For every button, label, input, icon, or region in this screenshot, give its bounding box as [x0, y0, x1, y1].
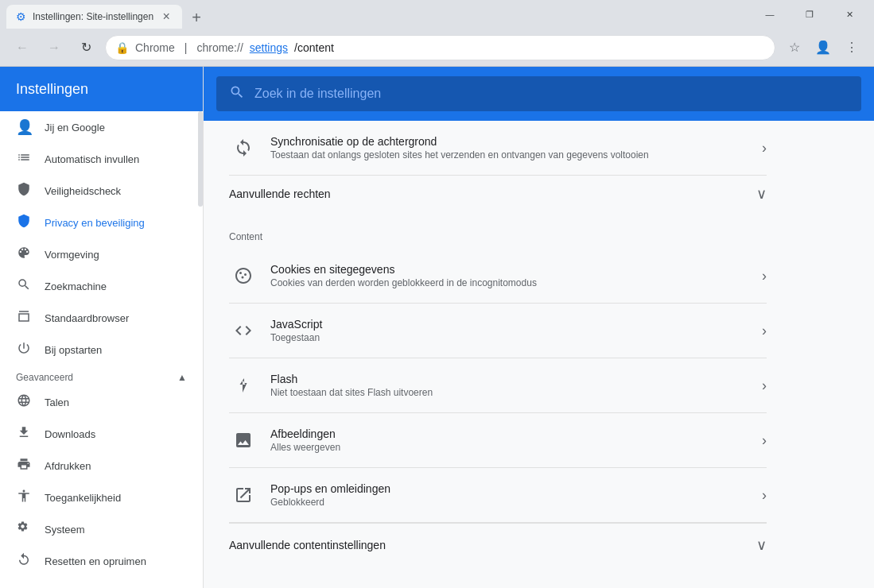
active-tab[interactable]: ⚙ Instellingen: Site-instellingen × — [6, 5, 182, 29]
tab-favicon-icon: ⚙ — [16, 10, 26, 23]
reload-button[interactable]: ↻ — [73, 35, 99, 60]
additional-rights-chevron-icon: ∨ — [756, 185, 767, 203]
sidebar-item-resetten[interactable]: Resetten en opruimen — [0, 545, 203, 577]
search-input[interactable] — [254, 87, 849, 101]
popups-title: Pop-ups en omleidingen — [270, 482, 749, 495]
cookies-title: Cookies en sitegegevens — [270, 263, 749, 276]
javascript-icon — [229, 316, 258, 345]
sidebar-label-bij-opstarten: Bij opstarten — [45, 344, 102, 356]
menu-button[interactable]: ⋮ — [839, 35, 864, 60]
images-desc: Alles weergeven — [270, 442, 749, 453]
startup-icon — [16, 341, 32, 359]
new-tab-button[interactable]: + — [185, 6, 208, 29]
cookies-icon — [229, 261, 258, 290]
maximize-button[interactable]: ❐ — [791, 0, 828, 29]
sidebar-item-automatisch-invullen[interactable]: Automatisch invullen — [0, 143, 203, 175]
sidebar-label-downloads: Downloads — [45, 428, 95, 440]
sidebar-item-toegankelijkheid[interactable]: Toegankelijkheid — [0, 482, 203, 513]
sidebar-label-automatisch-invullen: Automatisch invullen — [45, 153, 139, 165]
minimize-button[interactable]: — — [752, 0, 788, 29]
person-icon: 👤 — [16, 118, 32, 136]
forward-button[interactable]: → — [41, 35, 67, 60]
additional-rights-title: Aanvullende rechten — [229, 188, 756, 200]
sidebar-label-veiligheidscheck: Veiligheidscheck — [45, 185, 121, 197]
sidebar-item-downloads[interactable]: Downloads — [0, 418, 203, 450]
sync-icon — [229, 133, 258, 162]
svg-point-1 — [244, 273, 247, 276]
popups-arrow-icon: › — [762, 487, 767, 504]
download-icon — [16, 425, 32, 443]
titlebar: ⚙ Instellingen: Site-instellingen × + — … — [0, 0, 874, 29]
tab-close-button[interactable]: × — [160, 10, 173, 23]
sync-desc: Toestaan dat onlangs gesloten sites het … — [270, 149, 749, 161]
advanced-section[interactable]: Geavanceerd ▲ — [0, 366, 203, 386]
autofill-icon — [16, 150, 32, 168]
sidebar-item-talen[interactable]: Talen — [0, 386, 203, 418]
sidebar-item-standaardbrowser[interactable]: Standaardbrowser — [0, 302, 203, 334]
sidebar-title: Instellingen — [0, 67, 203, 111]
address-actions: ☆ 👤 ⋮ — [782, 35, 864, 60]
images-icon — [229, 426, 258, 455]
cookies-setting-row[interactable]: Cookies en sitegegevens Cookies van derd… — [229, 249, 767, 304]
sidebar-item-vormgeving[interactable]: Vormgeving — [0, 238, 203, 270]
profile-button[interactable]: 👤 — [810, 35, 836, 60]
sidebar-item-systeem[interactable]: Systeem — [0, 513, 203, 545]
window-controls: — ❐ ✕ — [752, 0, 868, 29]
sidebar: Instellingen 👤 Jij en Google Automatisch… — [0, 67, 204, 588]
search-bar-container — [204, 67, 874, 121]
sidebar-label-privacy-en-beveiliging: Privacy en beveiliging — [45, 217, 145, 229]
svg-point-2 — [242, 277, 244, 279]
sync-title: Synchronisatie op de achtergrond — [270, 135, 749, 148]
search-bar[interactable] — [216, 76, 861, 111]
url-separator: | — [185, 41, 188, 54]
flash-text: Flash Niet toestaan dat sites Flash uitv… — [270, 373, 749, 398]
search-icon — [229, 84, 245, 104]
javascript-title: JavaScript — [270, 318, 749, 331]
additional-rights-row[interactable]: Aanvullende rechten ∨ — [229, 176, 767, 212]
sidebar-label-jij-en-google: Jij en Google — [45, 122, 105, 133]
close-button[interactable]: ✕ — [831, 0, 868, 29]
sidebar-label-systeem: Systeem — [45, 524, 85, 536]
sidebar-item-bij-opstarten[interactable]: Bij opstarten — [0, 334, 203, 366]
additional-content-title: Aanvullende contentinstellingen — [229, 539, 756, 551]
privacy-icon — [16, 214, 32, 232]
sidebar-label-vormgeving: Vormgeving — [45, 249, 99, 261]
javascript-desc: Toegestaan — [270, 332, 749, 343]
additional-content-row[interactable]: Aanvullende contentinstellingen ∨ — [229, 523, 767, 563]
sync-setting-row[interactable]: Synchronisatie op de achtergrond Toestaa… — [229, 121, 767, 176]
popups-setting-row[interactable]: Pop-ups en omleidingen Geblokkeerd › — [229, 468, 767, 523]
back-button[interactable]: ← — [10, 35, 35, 60]
url-suffix: /content — [294, 41, 334, 54]
sidebar-label-zoekmachine: Zoekmachine — [45, 280, 107, 292]
images-setting-row[interactable]: Afbeeldingen Alles weergeven › — [229, 413, 767, 468]
sidebar-item-afdrukken[interactable]: Afdrukken — [0, 450, 203, 482]
tab-label: Instellingen: Site-instellingen — [33, 11, 153, 22]
flash-setting-row[interactable]: Flash Niet toestaan dat sites Flash uitv… — [229, 358, 767, 413]
content-section-header: Content — [229, 212, 767, 249]
url-bar[interactable]: 🔒 Chrome | chrome://settings/content — [105, 35, 775, 60]
url-brand: Chrome — [135, 41, 175, 54]
javascript-setting-row[interactable]: JavaScript Toegestaan › — [229, 304, 767, 358]
tab-bar: ⚙ Instellingen: Site-instellingen × + — [6, 0, 745, 29]
additional-content-chevron-icon: ∨ — [756, 536, 767, 554]
browser-icon — [16, 309, 32, 327]
advanced-collapse-icon: ▲ — [177, 372, 187, 383]
shield-icon — [16, 182, 32, 200]
popups-icon — [229, 481, 258, 509]
flash-icon — [229, 371, 258, 400]
sidebar-item-zoekmachine[interactable]: Zoekmachine — [0, 270, 203, 302]
flash-arrow-icon: › — [762, 377, 767, 394]
addressbar: ← → ↻ 🔒 Chrome | chrome://settings/conte… — [0, 29, 874, 67]
sync-arrow-icon: › — [762, 140, 767, 157]
sidebar-item-veiligheidscheck[interactable]: Veiligheidscheck — [0, 175, 203, 207]
accessibility-icon — [16, 489, 32, 507]
sidebar-label-talen: Talen — [45, 397, 69, 408]
bookmark-button[interactable]: ☆ — [782, 35, 807, 60]
flash-desc: Niet toestaan dat sites Flash uitvoeren — [270, 387, 749, 398]
svg-point-0 — [239, 272, 242, 274]
sidebar-item-privacy-en-beveiliging[interactable]: Privacy en beveiliging — [0, 207, 203, 238]
sidebar-item-jij-en-google[interactable]: 👤 Jij en Google — [0, 111, 203, 143]
flash-title: Flash — [270, 373, 749, 385]
sync-text: Synchronisatie op de achtergrond Toestaa… — [270, 135, 749, 161]
sidebar-label-resetten: Resetten en opruimen — [45, 555, 146, 567]
